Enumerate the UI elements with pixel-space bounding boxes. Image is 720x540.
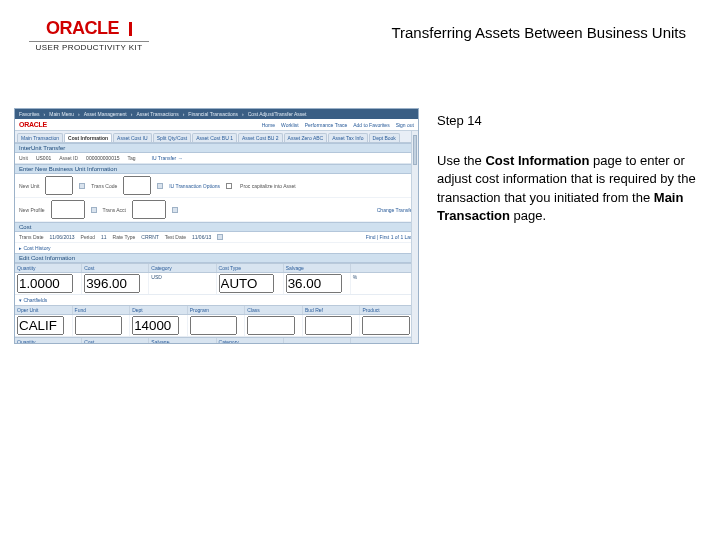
cost-history-toggle[interactable]: ▸ Cost History — [15, 243, 418, 253]
section-interunit-transfer: InterUnit Transfer — [15, 143, 418, 153]
grid3-header: QuantityCost SalvageCategory — [15, 337, 418, 344]
step-label: Step 14 — [437, 112, 706, 130]
section-new-bu: Enter New Business Unit Information — [15, 164, 418, 174]
cost-input[interactable] — [84, 274, 140, 293]
new-unit-input[interactable] — [45, 176, 73, 195]
tab-asset-cost-bu1[interactable]: Asset Cost BU 1 — [192, 133, 237, 142]
tab-dept-book[interactable]: Dept Book — [369, 133, 400, 142]
lookup-icon[interactable] — [79, 183, 85, 189]
section-edit-cost: Edit Cost Information — [15, 253, 418, 263]
product-name: USER PRODUCTIVITY KIT — [29, 41, 149, 52]
instruction-panel: Step 14 Use the Cost Information page to… — [437, 108, 706, 344]
product-input[interactable] — [362, 316, 409, 335]
brand-logo: ORACLE USER PRODUCTIVITY KIT — [24, 18, 154, 52]
step-text: Use the Cost Information page to enter o… — [437, 152, 706, 225]
iu-options-link[interactable]: IU Transaction Options — [169, 183, 220, 189]
fund-input[interactable] — [75, 316, 122, 335]
lookup-icon[interactable] — [91, 207, 97, 213]
tab-main-transaction[interactable]: Main Transaction — [17, 133, 63, 142]
salvage-input[interactable] — [286, 274, 342, 293]
grid-nav[interactable]: Find | First 1 of 1 Last — [366, 234, 414, 240]
brand-word: ORACLE — [46, 18, 119, 39]
grid1-row: USD % — [15, 273, 418, 295]
tab-asset-zero-abc[interactable]: Asset Zero ABC — [284, 133, 328, 142]
category-input[interactable] — [219, 274, 275, 293]
program-input[interactable] — [190, 316, 237, 335]
lookup-icon[interactable] — [172, 207, 178, 213]
calendar-icon[interactable] — [217, 234, 223, 240]
breadcrumb: Favorites› Main Menu› Asset Management› … — [15, 109, 418, 119]
new-profile-input[interactable] — [51, 200, 85, 219]
grid1-header: QuantityCost CategoryCost Type Salvage — [15, 263, 418, 273]
app-tabs: Main Transaction Cost Information Asset … — [15, 131, 418, 143]
budref-input[interactable] — [305, 316, 352, 335]
change-transfer-link[interactable]: Change Transfer — [377, 207, 414, 213]
grid2-row — [15, 315, 418, 337]
app-brand: ORACLE — [19, 121, 47, 128]
tab-asset-cost-bu2[interactable]: Asset Cost BU 2 — [238, 133, 283, 142]
brand-bar-icon — [129, 22, 132, 36]
tab-cost-information[interactable]: Cost Information — [64, 133, 112, 142]
oper-unit-input[interactable] — [17, 316, 64, 335]
app-top-links: Home Worklist Performance Trace Add to F… — [262, 122, 418, 128]
tab-asset-tax-info[interactable]: Asset Tax Info — [328, 133, 367, 142]
trans-acct-input[interactable] — [132, 200, 166, 219]
tab-asset-cost-iu[interactable]: Asset Cost IU — [113, 133, 152, 142]
capitalize-checkbox[interactable] — [226, 183, 232, 189]
scrollbar-thumb[interactable] — [413, 135, 417, 165]
grid2-header: Oper UnitFund DeptProgram ClassBud Ref P… — [15, 305, 418, 315]
section-cost: Cost — [15, 222, 418, 232]
class-input[interactable] — [247, 316, 294, 335]
tab-split-qty-cost[interactable]: Split Qty/Cost — [153, 133, 192, 142]
chartfields-toggle[interactable]: ▾ Chartfields — [15, 295, 418, 305]
app-screenshot: Favorites› Main Menu› Asset Management› … — [14, 108, 419, 344]
trans-code-input[interactable] — [123, 176, 151, 195]
qty-input[interactable] — [17, 274, 73, 293]
scrollbar[interactable] — [411, 131, 418, 343]
dept-input[interactable] — [132, 316, 179, 335]
lookup-icon[interactable] — [157, 183, 163, 189]
page-title: Transferring Assets Between Business Uni… — [391, 18, 696, 41]
